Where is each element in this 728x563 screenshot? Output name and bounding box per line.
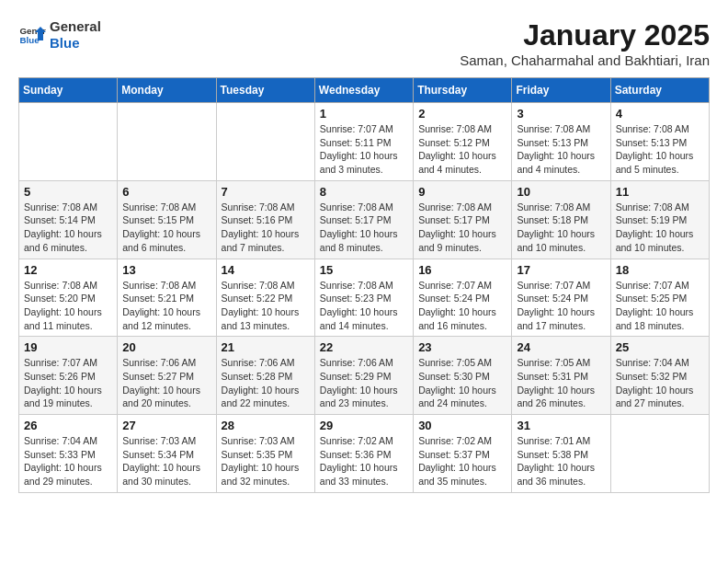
day-info: Sunrise: 7:08 AMSunset: 5:16 PMDaylight:… <box>222 201 310 255</box>
day-number: 7 <box>222 185 310 199</box>
day-info: Sunrise: 7:02 AMSunset: 5:37 PMDaylight:… <box>418 434 506 488</box>
title-section: January 2025 Saman, Chaharmahal and Bakh… <box>460 18 710 68</box>
calendar-cell: 27Sunrise: 7:03 AMSunset: 5:34 PMDayligh… <box>118 415 216 493</box>
logo-text-general: General <box>50 18 101 35</box>
day-number: 5 <box>24 185 112 199</box>
calendar-cell: 15Sunrise: 7:08 AMSunset: 5:23 PMDayligh… <box>314 259 413 337</box>
day-info: Sunrise: 7:01 AMSunset: 5:38 PMDaylight:… <box>517 434 605 488</box>
logo-icon: General Blue <box>18 21 46 49</box>
day-number: 20 <box>122 340 210 354</box>
day-number: 28 <box>222 419 310 432</box>
calendar-cell: 29Sunrise: 7:02 AMSunset: 5:36 PMDayligh… <box>314 415 413 493</box>
day-number: 2 <box>418 107 506 121</box>
calendar-cell: 5Sunrise: 7:08 AMSunset: 5:14 PMDaylight… <box>19 180 118 259</box>
day-number: 17 <box>517 263 605 277</box>
calendar-cell: 6Sunrise: 7:08 AMSunset: 5:15 PMDaylight… <box>118 180 216 259</box>
calendar-cell: 26Sunrise: 7:04 AMSunset: 5:33 PMDayligh… <box>19 415 118 493</box>
day-number: 8 <box>320 185 408 199</box>
calendar-week-row: 12Sunrise: 7:08 AMSunset: 5:20 PMDayligh… <box>19 259 710 337</box>
calendar-cell: 31Sunrise: 7:01 AMSunset: 5:38 PMDayligh… <box>512 415 610 493</box>
day-header-wednesday: Wednesday <box>314 78 413 103</box>
day-headers-row: SundayMondayTuesdayWednesdayThursdayFrid… <box>19 78 710 103</box>
day-info: Sunrise: 7:04 AMSunset: 5:32 PMDaylight:… <box>616 356 704 410</box>
calendar-cell: 13Sunrise: 7:08 AMSunset: 5:21 PMDayligh… <box>118 259 216 337</box>
calendar-cell: 23Sunrise: 7:05 AMSunset: 5:30 PMDayligh… <box>414 337 512 415</box>
calendar-cell: 18Sunrise: 7:07 AMSunset: 5:25 PMDayligh… <box>610 259 709 337</box>
logo-text-blue: Blue <box>50 35 101 52</box>
calendar-week-row: 19Sunrise: 7:07 AMSunset: 5:26 PMDayligh… <box>19 337 710 415</box>
day-number: 4 <box>616 107 704 121</box>
calendar-cell <box>19 103 118 181</box>
day-info: Sunrise: 7:08 AMSunset: 5:17 PMDaylight:… <box>320 201 408 255</box>
calendar-cell: 16Sunrise: 7:07 AMSunset: 5:24 PMDayligh… <box>414 259 512 337</box>
day-header-sunday: Sunday <box>19 78 118 103</box>
calendar-week-row: 5Sunrise: 7:08 AMSunset: 5:14 PMDaylight… <box>19 180 710 259</box>
day-number: 16 <box>418 263 506 277</box>
day-info: Sunrise: 7:08 AMSunset: 5:17 PMDaylight:… <box>418 201 506 255</box>
calendar-week-row: 26Sunrise: 7:04 AMSunset: 5:33 PMDayligh… <box>19 415 710 493</box>
day-number: 22 <box>320 340 408 354</box>
day-number: 25 <box>616 340 704 354</box>
day-info: Sunrise: 7:07 AMSunset: 5:11 PMDaylight:… <box>320 122 408 177</box>
logo: General Blue General Blue <box>18 18 101 52</box>
day-number: 24 <box>517 340 605 354</box>
day-number: 26 <box>24 419 112 432</box>
day-info: Sunrise: 7:06 AMSunset: 5:29 PMDaylight:… <box>320 356 408 410</box>
day-number: 31 <box>517 419 605 432</box>
day-info: Sunrise: 7:07 AMSunset: 5:26 PMDaylight:… <box>24 356 112 410</box>
day-number: 11 <box>616 185 704 199</box>
day-number: 10 <box>517 185 605 199</box>
calendar-cell: 17Sunrise: 7:07 AMSunset: 5:24 PMDayligh… <box>512 259 610 337</box>
day-number: 27 <box>122 419 210 432</box>
calendar-cell: 14Sunrise: 7:08 AMSunset: 5:22 PMDayligh… <box>216 259 314 337</box>
svg-text:Blue: Blue <box>20 35 40 45</box>
calendar-cell: 22Sunrise: 7:06 AMSunset: 5:29 PMDayligh… <box>314 337 413 415</box>
calendar-cell <box>216 103 314 181</box>
calendar-cell <box>610 415 709 493</box>
day-info: Sunrise: 7:08 AMSunset: 5:15 PMDaylight:… <box>122 201 210 255</box>
calendar-cell: 11Sunrise: 7:08 AMSunset: 5:19 PMDayligh… <box>610 180 709 259</box>
day-info: Sunrise: 7:08 AMSunset: 5:13 PMDaylight:… <box>616 122 704 177</box>
calendar-week-row: 1Sunrise: 7:07 AMSunset: 5:11 PMDaylight… <box>19 103 710 181</box>
day-header-thursday: Thursday <box>414 78 512 103</box>
calendar-table: SundayMondayTuesdayWednesdayThursdayFrid… <box>18 77 710 493</box>
calendar-cell: 30Sunrise: 7:02 AMSunset: 5:37 PMDayligh… <box>414 415 512 493</box>
day-number: 18 <box>616 263 704 277</box>
day-number: 13 <box>122 263 210 277</box>
day-info: Sunrise: 7:05 AMSunset: 5:30 PMDaylight:… <box>418 356 506 410</box>
day-number: 3 <box>517 107 605 121</box>
day-number: 29 <box>320 419 408 432</box>
calendar-cell: 19Sunrise: 7:07 AMSunset: 5:26 PMDayligh… <box>19 337 118 415</box>
calendar-cell: 8Sunrise: 7:08 AMSunset: 5:17 PMDaylight… <box>314 180 413 259</box>
day-number: 14 <box>222 263 310 277</box>
day-number: 23 <box>418 340 506 354</box>
day-info: Sunrise: 7:05 AMSunset: 5:31 PMDaylight:… <box>517 356 605 410</box>
calendar-cell: 9Sunrise: 7:08 AMSunset: 5:17 PMDaylight… <box>414 180 512 259</box>
day-info: Sunrise: 7:08 AMSunset: 5:23 PMDaylight:… <box>320 279 408 333</box>
day-info: Sunrise: 7:04 AMSunset: 5:33 PMDaylight:… <box>24 434 112 488</box>
day-info: Sunrise: 7:07 AMSunset: 5:24 PMDaylight:… <box>517 279 605 333</box>
calendar-cell: 10Sunrise: 7:08 AMSunset: 5:18 PMDayligh… <box>512 180 610 259</box>
day-number: 21 <box>222 340 310 354</box>
day-number: 12 <box>24 263 112 277</box>
location-title: Saman, Chaharmahal and Bakhtiari, Iran <box>460 52 710 68</box>
day-info: Sunrise: 7:06 AMSunset: 5:28 PMDaylight:… <box>222 356 310 410</box>
day-header-friday: Friday <box>512 78 610 103</box>
day-info: Sunrise: 7:08 AMSunset: 5:12 PMDaylight:… <box>418 122 506 177</box>
day-info: Sunrise: 7:08 AMSunset: 5:19 PMDaylight:… <box>616 201 704 255</box>
calendar-cell: 3Sunrise: 7:08 AMSunset: 5:13 PMDaylight… <box>512 103 610 181</box>
day-number: 30 <box>418 419 506 432</box>
day-info: Sunrise: 7:08 AMSunset: 5:22 PMDaylight:… <box>222 279 310 333</box>
day-number: 15 <box>320 263 408 277</box>
month-title: January 2025 <box>460 18 710 52</box>
day-info: Sunrise: 7:07 AMSunset: 5:24 PMDaylight:… <box>418 279 506 333</box>
calendar-cell: 25Sunrise: 7:04 AMSunset: 5:32 PMDayligh… <box>610 337 709 415</box>
day-info: Sunrise: 7:03 AMSunset: 5:35 PMDaylight:… <box>222 434 310 488</box>
day-info: Sunrise: 7:08 AMSunset: 5:20 PMDaylight:… <box>24 279 112 333</box>
day-number: 19 <box>24 340 112 354</box>
day-info: Sunrise: 7:06 AMSunset: 5:27 PMDaylight:… <box>122 356 210 410</box>
calendar-cell: 4Sunrise: 7:08 AMSunset: 5:13 PMDaylight… <box>610 103 709 181</box>
calendar-cell: 20Sunrise: 7:06 AMSunset: 5:27 PMDayligh… <box>118 337 216 415</box>
day-info: Sunrise: 7:08 AMSunset: 5:14 PMDaylight:… <box>24 201 112 255</box>
day-number: 6 <box>122 185 210 199</box>
